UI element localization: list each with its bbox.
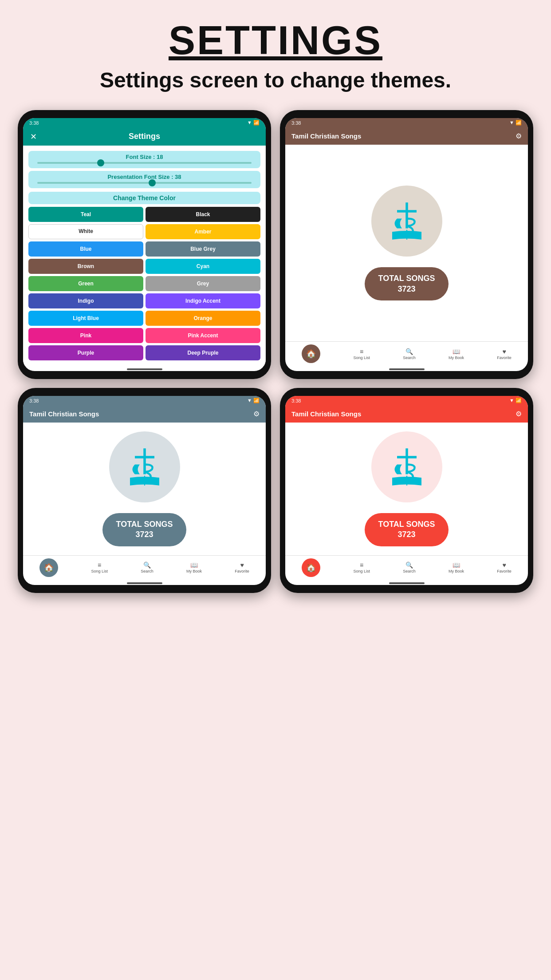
page-header: SETTINGS Settings screen to change theme… bbox=[0, 0, 551, 101]
logo-circle-red bbox=[371, 431, 442, 502]
font-size-thumb[interactable] bbox=[97, 159, 104, 166]
nav-favorite-brown[interactable]: ♥ Favorite bbox=[497, 348, 512, 360]
page-title: SETTINGS bbox=[9, 18, 542, 63]
statusbar-settings: 3:38 ▼ 📶 bbox=[23, 118, 266, 127]
color-btn-light-blue[interactable]: Light Blue bbox=[28, 311, 143, 326]
home-icon-grey[interactable]: 🏠 bbox=[39, 558, 58, 577]
home-icon-brown[interactable]: 🏠 bbox=[302, 344, 320, 363]
app-body-red: TOTAL SONGS 3723 bbox=[285, 423, 528, 555]
total-songs-label-red: TOTAL SONGS bbox=[378, 519, 435, 530]
home-icon-red[interactable]: 🏠 bbox=[302, 558, 320, 577]
nav-favorite-grey[interactable]: ♥ Favorite bbox=[235, 561, 249, 573]
color-btn-indigo-accent[interactable]: Indigo Accent bbox=[146, 293, 260, 308]
favorite-icon-red: ♥ bbox=[502, 561, 506, 569]
nav-mybook-label-grey: My Book bbox=[186, 569, 202, 573]
color-btn-amber[interactable]: Amber bbox=[146, 224, 260, 239]
search-icon-grey: 🔍 bbox=[143, 561, 151, 569]
app-title-brown: Tamil Christian Songs bbox=[291, 132, 361, 140]
nav-mybook-label-brown: My Book bbox=[449, 356, 464, 360]
status-icons-grey: ▼ 📶 bbox=[247, 398, 260, 403]
color-btn-indigo[interactable]: Indigo bbox=[28, 293, 143, 308]
font-size-label: Font Size : 18 bbox=[33, 154, 256, 160]
nav-favorite-label-brown: Favorite bbox=[497, 356, 512, 360]
color-btn-pink[interactable]: Pink bbox=[28, 328, 143, 343]
nav-mybook-label-red: My Book bbox=[449, 569, 464, 573]
total-songs-label-grey: TOTAL SONGS bbox=[116, 519, 173, 530]
nav-search-grey[interactable]: 🔍 Search bbox=[141, 561, 153, 573]
status-time-red: 3:38 bbox=[291, 398, 301, 403]
nav-mybook-grey[interactable]: 📖 My Book bbox=[186, 561, 202, 573]
grey-theme-phone: 3:38 ▼ 📶 Tamil Christian Songs ⚙ bbox=[18, 388, 271, 593]
color-btn-teal[interactable]: Teal bbox=[28, 207, 143, 222]
songlist-icon-red: ≡ bbox=[360, 561, 363, 569]
status-icons-brown: ▼ 📶 bbox=[509, 120, 522, 126]
home-bar-brown bbox=[389, 368, 425, 370]
color-btn-grey[interactable]: Grey bbox=[146, 276, 260, 291]
pres-font-size-thumb[interactable] bbox=[149, 179, 156, 186]
status-icons-red: ▼ 📶 bbox=[509, 398, 522, 403]
color-btn-cyan[interactable]: Cyan bbox=[146, 259, 260, 274]
color-btn-blue-grey[interactable]: Blue Grey bbox=[146, 241, 260, 257]
songlist-icon-brown: ≡ bbox=[360, 348, 363, 355]
home-bar-red bbox=[389, 582, 425, 584]
app-body-brown: TOTAL SONGS 3723 bbox=[285, 145, 528, 341]
mybook-icon-brown: 📖 bbox=[453, 348, 460, 355]
nav-home-red[interactable]: 🏠 bbox=[302, 558, 320, 577]
page-subtitle: Settings screen to change themes. bbox=[9, 68, 542, 92]
color-btn-blue[interactable]: Blue bbox=[28, 241, 143, 257]
nav-home-brown[interactable]: 🏠 bbox=[302, 344, 320, 363]
nav-songlist-label-red: Song List bbox=[353, 569, 370, 573]
total-songs-label-brown: TOTAL SONGS bbox=[378, 273, 435, 284]
total-songs-count-red: 3723 bbox=[378, 530, 435, 540]
color-btn-brown[interactable]: Brown bbox=[28, 259, 143, 274]
total-songs-badge-grey: TOTAL SONGS 3723 bbox=[102, 513, 186, 546]
brown-theme-phone: 3:38 ▼ 📶 Tamil Christian Songs ⚙ bbox=[280, 110, 533, 379]
color-grid: TealBlackWhiteAmberBlueBlue GreyBrownCya… bbox=[28, 207, 260, 360]
app-body-grey: TOTAL SONGS 3723 bbox=[23, 423, 266, 555]
nav-songlist-red[interactable]: ≡ Song List bbox=[353, 561, 370, 573]
logo-svg-grey bbox=[120, 443, 169, 491]
color-btn-pink-accent[interactable]: Pink Accent bbox=[146, 328, 260, 343]
topbar-red: Tamil Christian Songs ⚙ bbox=[285, 405, 528, 423]
color-btn-black[interactable]: Black bbox=[146, 207, 260, 222]
close-icon[interactable]: ✕ bbox=[30, 132, 37, 142]
nav-search-brown[interactable]: 🔍 Search bbox=[403, 348, 416, 360]
nav-search-label-brown: Search bbox=[403, 356, 416, 360]
nav-mybook-brown[interactable]: 📖 My Book bbox=[449, 348, 464, 360]
status-time-brown: 3:38 bbox=[291, 120, 301, 126]
color-btn-green[interactable]: Green bbox=[28, 276, 143, 291]
gear-icon-brown[interactable]: ⚙ bbox=[516, 132, 522, 140]
nav-home-grey[interactable]: 🏠 bbox=[39, 558, 58, 577]
settings-body: Font Size : 18 Presentation Font Size : … bbox=[23, 146, 266, 366]
logo-circle-brown bbox=[371, 186, 442, 257]
color-btn-white[interactable]: White bbox=[28, 224, 143, 239]
color-btn-deep-pruple[interactable]: Deep Pruple bbox=[146, 345, 260, 360]
nav-songlist-grey[interactable]: ≡ Song List bbox=[91, 561, 108, 573]
color-btn-purple[interactable]: Purple bbox=[28, 345, 143, 360]
settings-screen: 3:38 ▼ 📶 ✕ Settings Font Size : 18 bbox=[23, 118, 266, 371]
nav-favorite-red[interactable]: ♥ Favorite bbox=[497, 561, 512, 573]
nav-favorite-label-red: Favorite bbox=[497, 569, 512, 573]
total-songs-badge-brown: TOTAL SONGS 3723 bbox=[365, 267, 448, 300]
grey-screen: 3:38 ▼ 📶 Tamil Christian Songs ⚙ bbox=[23, 396, 266, 585]
gear-icon-red[interactable]: ⚙ bbox=[516, 410, 522, 418]
total-songs-badge-red: TOTAL SONGS 3723 bbox=[365, 513, 448, 546]
mybook-icon-red: 📖 bbox=[453, 561, 460, 569]
nav-songlist-label-grey: Song List bbox=[91, 569, 108, 573]
font-size-row: Font Size : 18 bbox=[28, 151, 260, 168]
nav-songlist-brown[interactable]: ≡ Song List bbox=[353, 348, 370, 360]
status-icons: ▼ 📶 bbox=[247, 120, 260, 126]
nav-search-red[interactable]: 🔍 Search bbox=[403, 561, 416, 573]
pres-font-size-slider[interactable] bbox=[37, 182, 252, 184]
home-bar-grey bbox=[127, 582, 162, 584]
font-size-slider[interactable] bbox=[37, 162, 252, 164]
gear-icon-grey[interactable]: ⚙ bbox=[253, 410, 260, 418]
pres-font-size-label: Presentation Font Size : 38 bbox=[33, 174, 256, 180]
settings-title: Settings bbox=[129, 132, 160, 141]
total-songs-count-grey: 3723 bbox=[116, 530, 173, 540]
nav-mybook-red[interactable]: 📖 My Book bbox=[449, 561, 464, 573]
settings-topbar: ✕ Settings bbox=[23, 127, 266, 146]
home-bar bbox=[127, 368, 162, 370]
bottom-nav-red: 🏠 ≡ Song List 🔍 Search 📖 My Book ♥ Favor… bbox=[285, 555, 528, 580]
color-btn-orange[interactable]: Orange bbox=[146, 311, 260, 326]
